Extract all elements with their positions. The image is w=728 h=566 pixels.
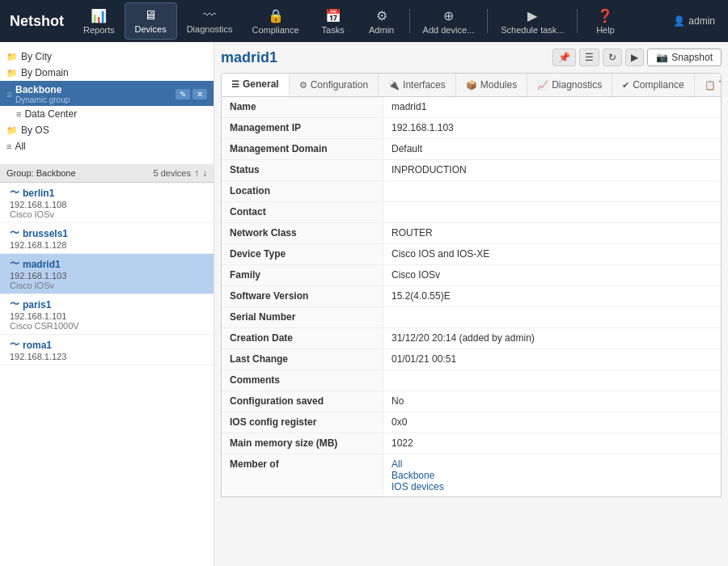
device-type-paris1: Cisco CSR1000V bbox=[10, 321, 207, 331]
value-serial-number bbox=[383, 307, 721, 327]
sidebar-item-by-domain[interactable]: 📁 By Domain bbox=[0, 65, 214, 81]
nav-admin[interactable]: ⚙ Admin bbox=[358, 3, 406, 40]
value-status: INPRODUCTION bbox=[383, 160, 721, 180]
add-device-icon: ⊕ bbox=[443, 8, 454, 23]
device-icon-berlin1: 〜 bbox=[10, 186, 19, 200]
nav-compliance[interactable]: 🔒 Compliance bbox=[243, 3, 309, 40]
device-item-roma1[interactable]: 〜 roma1 192.168.1.123 bbox=[0, 335, 214, 365]
row-location: Location bbox=[222, 181, 721, 202]
value-software-version: 15.2(4.0.55)E bbox=[383, 286, 721, 306]
device-ip-roma1: 192.168.1.123 bbox=[10, 352, 207, 361]
row-creation-date: Creation Date 31/12/20 20:14 (added by a… bbox=[222, 328, 721, 349]
nav-divider-1 bbox=[409, 9, 410, 33]
sidebar-item-by-city[interactable]: 📁 By City bbox=[0, 49, 214, 65]
details-table: Name madrid1 Management IP 192.168.1.103… bbox=[221, 97, 722, 497]
nav-divider-3 bbox=[577, 9, 578, 33]
device-name-brussels1: brussels1 bbox=[23, 228, 68, 239]
sidebar: 📁 By City 📁 By Domain ≡ Backbone Dynamic… bbox=[0, 42, 214, 566]
compliance-icon: 🔒 bbox=[268, 8, 284, 23]
sidebar-item-backbone[interactable]: ≡ Backbone Dynamic group ✎ ✕ bbox=[0, 81, 214, 106]
nav-tasks[interactable]: 📅 Tasks bbox=[309, 3, 358, 40]
nav-reports[interactable]: 📊 Reports bbox=[74, 3, 125, 40]
tab-modules[interactable]: 📦 Modules bbox=[456, 74, 527, 96]
snapshot-btn[interactable]: 📷 Snapshot bbox=[647, 49, 722, 66]
sidebar-item-data-center[interactable]: ≡ Data Center bbox=[0, 106, 214, 122]
sidebar-label-data-center: Data Center bbox=[24, 108, 77, 120]
sidebar-label-by-city: By City bbox=[21, 51, 52, 62]
backbone-delete-btn[interactable]: ✕ bbox=[193, 89, 207, 99]
value-network-class: ROUTER bbox=[383, 223, 721, 243]
list-btn[interactable]: ☰ bbox=[579, 49, 599, 66]
snapshot-icon: 📷 bbox=[656, 52, 668, 63]
device-header: madrid1 📌 ☰ ↻ ▶ 📷 Snapshot bbox=[221, 49, 722, 66]
user-menu[interactable]: 👤 admin bbox=[667, 15, 722, 27]
device-icon-brussels1: 〜 bbox=[10, 226, 19, 240]
row-family: Family Cisco IOSv bbox=[222, 265, 721, 286]
value-management-domain: Default bbox=[383, 139, 721, 159]
expand-btn[interactable]: ↑ bbox=[194, 167, 199, 179]
schedule-icon: ▶ bbox=[527, 8, 537, 23]
device-icon-paris1: 〜 bbox=[10, 298, 19, 311]
backbone-edit-btn[interactable]: ✎ bbox=[176, 89, 190, 99]
nav-add-device[interactable]: ⊕ Add device... bbox=[413, 3, 485, 40]
admin-icon: ⚙ bbox=[376, 8, 387, 23]
row-management-ip: Management IP 192.168.1.103 bbox=[222, 118, 721, 139]
device-type-berlin1: Cisco IOSv bbox=[10, 209, 207, 219]
nav-schedule-task[interactable]: ▶ Schedule task... bbox=[491, 3, 574, 40]
tab-diagnostics[interactable]: 📈 Diagnostics bbox=[527, 74, 612, 96]
device-item-paris1[interactable]: 〜 paris1 192.168.1.101 Cisco CSR1000V bbox=[0, 294, 214, 335]
value-last-change: 01/01/21 00:51 bbox=[383, 349, 721, 370]
collapse-btn[interactable]: ↓ bbox=[202, 167, 207, 179]
label-last-change: Last Change bbox=[222, 349, 383, 370]
pin-btn[interactable]: 📌 bbox=[552, 49, 576, 66]
nav-devices[interactable]: 🖥 Devices bbox=[125, 2, 177, 40]
value-ios-config: 0x0 bbox=[383, 412, 721, 433]
tab-interfaces-label: Interfaces bbox=[403, 79, 446, 91]
row-serial-number: Serial Number bbox=[222, 307, 721, 328]
devices-icon: 🖥 bbox=[144, 8, 157, 23]
tab-tasks-label: Tasks bbox=[719, 79, 722, 91]
tab-general[interactable]: ☰ General bbox=[222, 74, 290, 96]
row-name: Name madrid1 bbox=[222, 97, 721, 118]
main-layout: 📁 By City 📁 By Domain ≡ Backbone Dynamic… bbox=[0, 42, 728, 566]
tab-compliance[interactable]: ✔ Compliance bbox=[612, 74, 694, 96]
device-item-madrid1[interactable]: 〜 madrid1 192.168.1.103 Cisco IOSv bbox=[0, 254, 214, 294]
forward-btn[interactable]: ▶ bbox=[625, 49, 644, 66]
tab-interfaces-icon: 🔌 bbox=[388, 80, 400, 91]
folder-icon-2: 📁 bbox=[6, 68, 18, 78]
sidebar-label-by-os: By OS bbox=[21, 125, 49, 136]
member-backbone[interactable]: Backbone bbox=[392, 470, 713, 481]
nav-help-label: Help bbox=[596, 25, 615, 35]
refresh-btn[interactable]: ↻ bbox=[603, 49, 622, 66]
backbone-group-icon: ≡ bbox=[6, 89, 12, 100]
tab-interfaces[interactable]: 🔌 Interfaces bbox=[379, 74, 456, 96]
value-management-ip: 192.168.1.103 bbox=[383, 118, 721, 138]
member-ios-devices[interactable]: IOS devices bbox=[392, 481, 713, 492]
nav-devices-label: Devices bbox=[135, 24, 167, 34]
data-center-icon: ≡ bbox=[16, 109, 21, 119]
label-device-type: Device Type bbox=[222, 244, 383, 264]
label-network-class: Network Class bbox=[222, 223, 383, 243]
sidebar-item-all[interactable]: ≡ All bbox=[0, 138, 214, 154]
label-management-ip: Management IP bbox=[222, 118, 383, 138]
row-status: Status INPRODUCTION bbox=[222, 160, 721, 181]
device-type-madrid1: Cisco IOSv bbox=[10, 281, 207, 290]
sidebar-item-by-os[interactable]: 📁 By OS bbox=[0, 122, 214, 138]
value-device-type: Cisco IOS and IOS-XE bbox=[383, 244, 721, 264]
sidebar-spacer bbox=[0, 154, 214, 164]
row-software-version: Software Version 15.2(4.0.55)E bbox=[222, 286, 721, 307]
tab-general-label: General bbox=[243, 78, 279, 90]
tab-configuration[interactable]: ⚙ Configuration bbox=[290, 74, 379, 96]
folder-icon: 📁 bbox=[6, 52, 18, 62]
nav-help[interactable]: ❓ Help bbox=[581, 3, 629, 40]
device-item-brussels1[interactable]: 〜 brussels1 192.168.1.128 bbox=[0, 223, 214, 254]
member-all[interactable]: All bbox=[392, 458, 713, 470]
row-memory: Main memory size (MB) 1022 bbox=[222, 433, 721, 454]
all-group-icon: ≡ bbox=[6, 142, 11, 151]
nav-reports-label: Reports bbox=[83, 25, 115, 35]
nav-compliance-label: Compliance bbox=[252, 25, 299, 35]
tab-tasks[interactable]: 📋 Tasks bbox=[695, 74, 722, 96]
row-last-change: Last Change 01/01/21 00:51 bbox=[222, 349, 721, 370]
device-item-berlin1[interactable]: 〜 berlin1 192.168.1.108 Cisco IOSv bbox=[0, 183, 214, 223]
nav-diagnostics[interactable]: 〰 Diagnostics bbox=[177, 3, 243, 39]
